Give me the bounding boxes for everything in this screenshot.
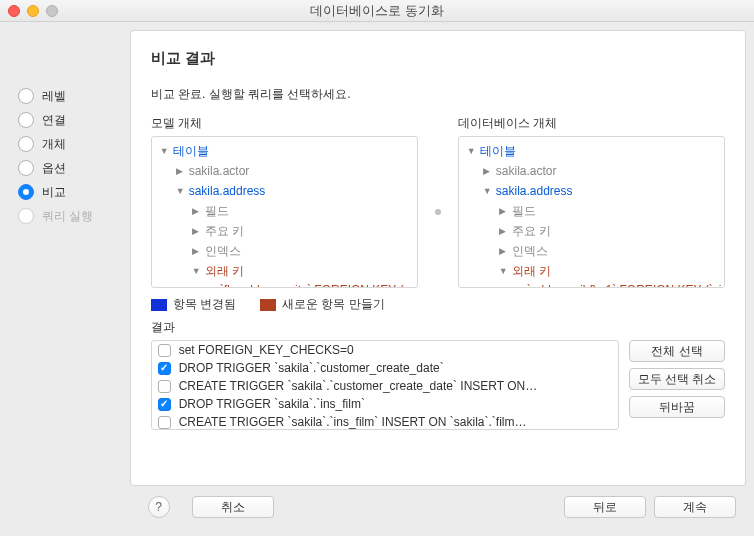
- maximize-icon: [46, 5, 58, 17]
- checkbox[interactable]: [158, 362, 171, 375]
- tree-node-actor[interactable]: sakila.actor: [459, 161, 724, 181]
- chevron-right-icon: [192, 242, 202, 260]
- window-controls: [8, 5, 58, 17]
- tree-node-fk-item[interactable]: `fk_address_city` FOREIGN KEY (: [152, 281, 417, 288]
- close-icon[interactable]: [8, 5, 20, 17]
- result-item[interactable]: CREATE TRIGGER `sakila`.`ins_film` INSER…: [152, 413, 618, 430]
- tree-node-field[interactable]: 필드: [152, 201, 417, 221]
- back-button[interactable]: 뒤로: [564, 496, 646, 518]
- chevron-down-icon: [467, 142, 477, 160]
- chevron-down-icon: [499, 262, 509, 280]
- tree-node-index[interactable]: 인덱스: [152, 241, 417, 261]
- tree-node-actor[interactable]: sakila.actor: [152, 161, 417, 181]
- link-dot-icon: [435, 209, 441, 215]
- swatch-icon: [260, 299, 276, 311]
- minimize-icon[interactable]: [27, 5, 39, 17]
- chevron-right-icon: [483, 162, 493, 180]
- panel-heading: 비교 결과: [151, 49, 725, 68]
- chevron-right-icon: [499, 222, 509, 240]
- db-tree[interactable]: 테이블 sakila.actor sakila.address 필드 주요 키 …: [458, 136, 725, 288]
- continue-button[interactable]: 계속: [654, 496, 736, 518]
- checkbox[interactable]: [158, 416, 171, 429]
- chevron-down-icon: [192, 262, 202, 280]
- sidebar-item-compare[interactable]: 비교: [18, 180, 130, 204]
- tree-node-pk[interactable]: 주요 키: [152, 221, 417, 241]
- chevron-down-icon: [483, 182, 493, 200]
- db-tree-title: 데이터베이스 개체: [458, 115, 725, 132]
- checkbox[interactable]: [158, 380, 171, 393]
- sidebar-item-level[interactable]: 레벨: [18, 84, 130, 108]
- result-item[interactable]: DROP TRIGGER `sakila`.`customer_create_d…: [152, 359, 618, 377]
- tree-node-tables[interactable]: 테이블: [152, 141, 417, 161]
- chevron-right-icon: [499, 242, 509, 260]
- chevron-down-icon: [176, 182, 186, 200]
- result-item[interactable]: set FOREIGN_KEY_CHECKS=0: [152, 341, 618, 359]
- result-item[interactable]: DROP TRIGGER `sakila`.`ins_film`: [152, 395, 618, 413]
- tree-node-address[interactable]: sakila.address: [152, 181, 417, 201]
- window-title: 데이터베이스로 동기화: [310, 2, 444, 20]
- main-panel: 비교 결과 비교 완료. 실행할 쿼리를 선택하세요. 모델 개체 테이블 sa…: [130, 30, 746, 486]
- model-tree[interactable]: 테이블 sakila.actor sakila.address 필드 주요 키 …: [151, 136, 418, 288]
- tree-node-fk[interactable]: 외래 키: [459, 261, 724, 281]
- panel-instruction: 비교 완료. 실행할 쿼리를 선택하세요.: [151, 86, 725, 103]
- sidebar-item-run-query: 쿼리 실행: [18, 204, 130, 228]
- tree-node-index[interactable]: 인덱스: [459, 241, 724, 261]
- footer: ? 취소 뒤로 계속: [130, 486, 746, 528]
- select-all-button[interactable]: 전체 선택: [629, 340, 725, 362]
- checkbox[interactable]: [158, 398, 171, 411]
- tree-gutter: [430, 115, 446, 288]
- titlebar: 데이터베이스로 동기화: [0, 0, 754, 22]
- model-tree-title: 모델 개체: [151, 115, 418, 132]
- sidebar-item-label: 레벨: [42, 88, 66, 105]
- tree-node-fk[interactable]: 외래 키: [152, 261, 417, 281]
- sidebar-item-connection[interactable]: 연결: [18, 108, 130, 132]
- tree-node-pk[interactable]: 주요 키: [459, 221, 724, 241]
- tree-node-address[interactable]: sakila.address: [459, 181, 724, 201]
- chevron-right-icon: [176, 162, 186, 180]
- tree-node-field[interactable]: 필드: [459, 201, 724, 221]
- chevron-right-icon: [499, 202, 509, 220]
- result-list[interactable]: set FOREIGN_KEY_CHECKS=0 DROP TRIGGER `s…: [151, 340, 619, 430]
- legend-new: 새로운 항목 만들기: [260, 296, 385, 313]
- sidebar-item-label: 옵션: [42, 160, 66, 177]
- sidebar-item-label: 개체: [42, 136, 66, 153]
- deselect-all-button[interactable]: 모두 선택 취소: [629, 368, 725, 390]
- tree-node-fk-item[interactable]: `address_ibfk_1` FOREIGN KEY (`ci: [459, 281, 724, 288]
- chevron-right-icon: [192, 202, 202, 220]
- sidebar-item-label: 쿼리 실행: [42, 208, 93, 225]
- legend: 항목 변경됨 새로운 항목 만들기: [151, 296, 725, 313]
- help-icon: ?: [155, 500, 162, 514]
- legend-changed: 항목 변경됨: [151, 296, 236, 313]
- result-label: 결과: [151, 319, 725, 336]
- sidebar-item-option[interactable]: 옵션: [18, 156, 130, 180]
- sidebar-item-label: 비교: [42, 184, 66, 201]
- checkbox[interactable]: [158, 344, 171, 357]
- chevron-right-icon: [192, 222, 202, 240]
- help-button[interactable]: ?: [148, 496, 170, 518]
- sidebar-item-object[interactable]: 개체: [18, 132, 130, 156]
- tree-node-tables[interactable]: 테이블: [459, 141, 724, 161]
- result-item[interactable]: CREATE TRIGGER `sakila`.`customer_create…: [152, 377, 618, 395]
- sidebar: 레벨 연결 개체 옵션 비교 쿼리 실행: [0, 22, 130, 536]
- swatch-icon: [151, 299, 167, 311]
- chevron-down-icon: [160, 142, 170, 160]
- cancel-button[interactable]: 취소: [192, 496, 274, 518]
- reverse-button[interactable]: 뒤바꿈: [629, 396, 725, 418]
- sidebar-item-label: 연결: [42, 112, 66, 129]
